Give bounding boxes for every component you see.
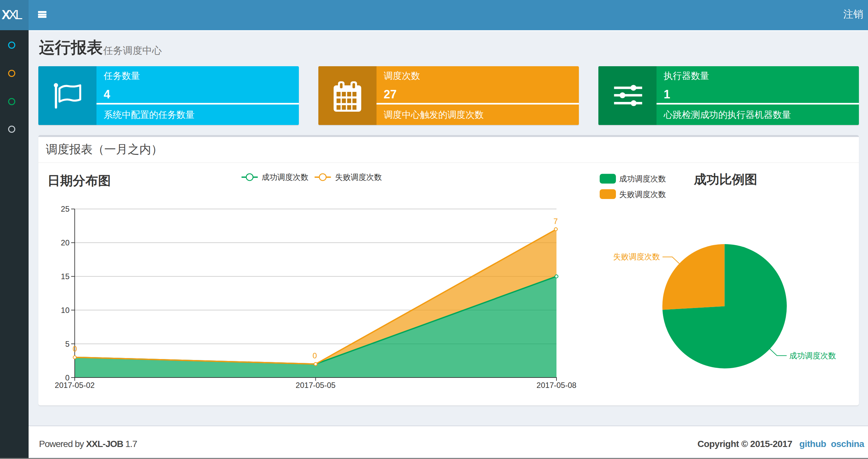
svg-text:0: 0 [73,345,77,353]
svg-text:10: 10 [61,306,69,315]
svg-text:2017-05-08: 2017-05-08 [537,381,577,390]
svg-text:成功调度次数: 成功调度次数 [262,173,309,182]
svg-text:成功调度次数: 成功调度次数 [789,351,836,360]
svg-text:2017-05-05: 2017-05-05 [296,381,336,390]
svg-text:2017-05-02: 2017-05-02 [55,381,95,390]
svg-text:7: 7 [554,217,558,226]
svg-text:失败调度次数: 失败调度次数 [335,173,382,182]
svg-text:15: 15 [61,272,69,281]
svg-text:失败调度次数: 失败调度次数 [619,190,666,199]
svg-text:20: 20 [61,238,69,247]
svg-text:成功比例图: 成功比例图 [693,172,757,186]
svg-text:失败调度次数: 失败调度次数 [613,252,660,261]
svg-text:0: 0 [312,351,317,360]
svg-text:成功调度次数: 成功调度次数 [619,174,666,183]
svg-text:25: 25 [61,204,69,213]
svg-text:5: 5 [65,339,69,348]
svg-text:日期分布图: 日期分布图 [48,174,111,188]
